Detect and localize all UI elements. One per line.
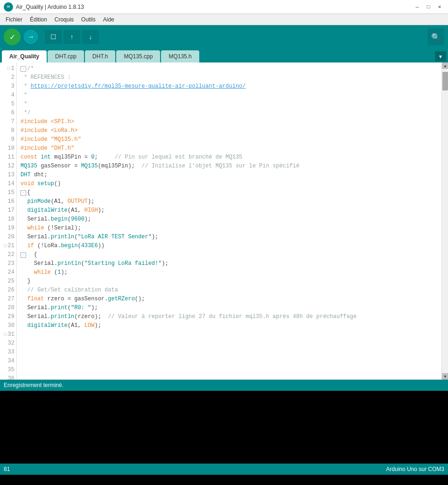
- menu-edition[interactable]: Édition: [26, 15, 51, 24]
- line-number: 25: [2, 277, 14, 286]
- line-number: 11: [2, 153, 14, 162]
- editor-area: □1234567891011121314151617181920□2122232…: [0, 62, 448, 380]
- line-number: 8: [2, 126, 14, 135]
- line-number: 15: [2, 188, 14, 197]
- status-message: Enregistrement terminé.: [4, 382, 63, 388]
- scroll-up-button[interactable]: ▲: [442, 62, 448, 69]
- line-number: 30: [2, 321, 14, 330]
- code-line: #include "DHT.h": [21, 144, 438, 153]
- code-line: const int mql35Pin = 0; // Pin sur leque…: [21, 153, 438, 162]
- line-number: 22: [2, 250, 14, 259]
- tab-dht-h[interactable]: DHT.h: [85, 50, 115, 62]
- code-line: #include <LoRa.h>: [21, 126, 438, 135]
- line-number: 26: [2, 286, 14, 295]
- line-number: 6: [2, 109, 14, 118]
- tab-dht-cpp[interactable]: DHT.cpp: [48, 50, 84, 62]
- code-editor[interactable]: -/* * REFERENCES : * https://projetsdiy.…: [17, 62, 441, 380]
- line-number: 5: [2, 100, 14, 109]
- line-number: 23: [2, 259, 14, 268]
- fold-icon[interactable]: -: [21, 252, 26, 258]
- scroll-down-button[interactable]: ▼: [442, 373, 448, 380]
- code-line: - {: [21, 250, 438, 259]
- close-button[interactable]: ✕: [435, 2, 444, 12]
- save-button[interactable]: ↓: [82, 30, 99, 44]
- code-line: Serial.println(rzero); // Valeur à repor…: [21, 312, 438, 321]
- line-number: 9: [2, 135, 14, 144]
- menu-outils[interactable]: Outils: [77, 15, 99, 24]
- tab-dropdown-button[interactable]: ▼: [435, 51, 446, 62]
- code-line: }: [21, 277, 438, 286]
- code-line: float rzero = gasSensor.getRZero();: [21, 295, 438, 304]
- code-line: * https://projetsdiy.fr/mql35-mesure-qua…: [21, 82, 438, 91]
- line-number: 13: [2, 171, 14, 180]
- line-number: □31: [2, 330, 14, 339]
- code-line: Serial.print("R0: ");: [21, 304, 438, 312]
- line-number: 33: [2, 348, 14, 357]
- status-bar: Enregistrement terminé.: [0, 380, 448, 391]
- code-line: #include "MQ135.h": [21, 135, 438, 144]
- line-number: 18: [2, 215, 14, 224]
- line-number: 7: [2, 118, 14, 126]
- line-number: 2: [2, 73, 14, 82]
- code-line: -{: [21, 188, 438, 197]
- code-line: Serial.println("Starting LoRa failed!");: [21, 259, 438, 268]
- code-line: -/*: [21, 64, 438, 73]
- maximize-button[interactable]: □: [424, 2, 433, 12]
- code-line: #include <SPI.h>: [21, 118, 438, 126]
- fold-icon[interactable]: -: [21, 66, 26, 72]
- code-line: MQ135 gasSensor = MQ135(mql35Pin); // In…: [21, 162, 438, 171]
- verify-button[interactable]: ✓: [4, 28, 21, 45]
- code-line: void setup(): [21, 180, 438, 188]
- menu-bar: Fichier Édition Croquis Outils Aide: [0, 14, 448, 25]
- tab-mq135-cpp[interactable]: MQ135.cpp: [116, 50, 160, 62]
- line-number: 34: [2, 357, 14, 366]
- code-line: DHT dht;: [21, 171, 438, 180]
- scroll-thumb[interactable]: [442, 72, 448, 90]
- line-numbers: □1234567891011121314151617181920□2122232…: [0, 62, 17, 380]
- line-number: □1: [2, 64, 14, 73]
- line-number: 3: [2, 82, 14, 91]
- toolbar: ✓ → ☐ ↑ ↓ 🔍: [0, 25, 448, 48]
- line-number: 35: [2, 366, 14, 374]
- code-line: while (1);: [21, 268, 438, 277]
- bottom-bar: 81 Arduino Uno sur COM3: [0, 464, 448, 475]
- line-number: 14: [2, 180, 14, 188]
- line-number: 32: [2, 339, 14, 348]
- code-line: // Get/Set calibration data: [21, 286, 438, 295]
- code-line: while (!Serial);: [21, 224, 438, 233]
- tab-air-quality[interactable]: Air_Quality: [2, 50, 47, 62]
- line-number: 24: [2, 268, 14, 277]
- menu-croquis[interactable]: Croquis: [51, 15, 77, 24]
- code-line: if (!LoRa.begin(433E6)): [21, 242, 438, 250]
- menu-aide[interactable]: Aide: [99, 15, 118, 24]
- code-line: * REFERENCES :: [21, 73, 438, 82]
- tab-mq135-h[interactable]: MQ135.h: [161, 50, 199, 62]
- line-number: 10: [2, 144, 14, 153]
- line-number: 16: [2, 197, 14, 206]
- search-button[interactable]: 🔍: [427, 28, 444, 45]
- line-number: 28: [2, 304, 14, 312]
- fold-icon[interactable]: -: [21, 190, 26, 196]
- new-button[interactable]: ☐: [45, 30, 62, 44]
- line-number: 12: [2, 162, 14, 171]
- code-line: digitalWrite(A1, HIGH);: [21, 206, 438, 215]
- line-number: 27: [2, 295, 14, 304]
- open-button[interactable]: ↑: [63, 30, 80, 44]
- code-line: Serial.println("LoRa AIR TEST Sender");: [21, 233, 438, 242]
- vertical-scrollbar[interactable]: ▲ ▼: [441, 62, 448, 380]
- line-number: 17: [2, 206, 14, 215]
- line-number: 29: [2, 312, 14, 321]
- line-number: □21: [2, 242, 14, 250]
- menu-fichier[interactable]: Fichier: [2, 15, 26, 24]
- minimize-button[interactable]: —: [413, 2, 422, 12]
- line-number-status: 81: [4, 466, 10, 472]
- tab-bar: Air_Quality DHT.cpp DHT.h MQ135.cpp MQ13…: [0, 48, 448, 62]
- line-number: 19: [2, 224, 14, 233]
- line-number: 36: [2, 374, 14, 380]
- board-port-status: Arduino Uno sur COM3: [386, 466, 444, 472]
- window-controls: — □ ✕: [413, 2, 444, 12]
- upload-button[interactable]: →: [22, 28, 39, 45]
- code-line: *: [21, 91, 438, 100]
- title-bar: ∞ Air_Quality | Arduino 1.8.13 — □ ✕: [0, 0, 448, 14]
- code-line: *: [21, 100, 438, 109]
